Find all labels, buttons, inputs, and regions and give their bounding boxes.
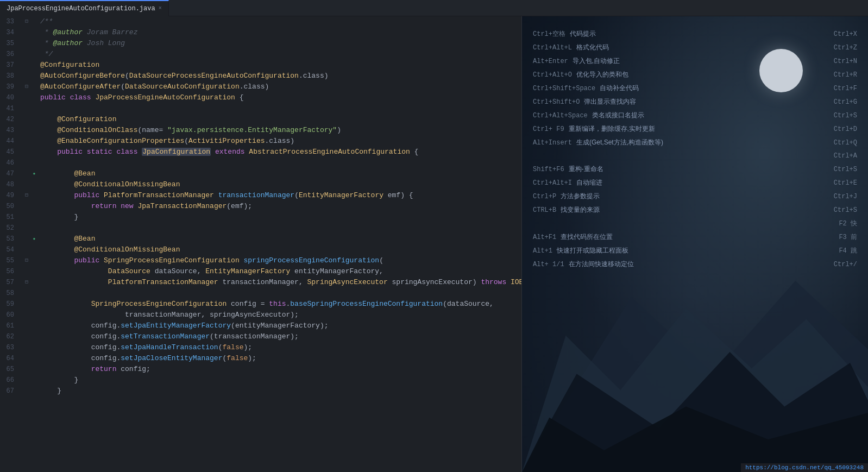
- line-number: 42: [0, 114, 23, 125]
- line-number: 48: [0, 179, 23, 190]
- shortcut-key: Alt+F1: [533, 234, 556, 241]
- line-number: 39: [0, 81, 23, 92]
- line-number: 61: [0, 320, 23, 331]
- shortcut-action-label: Ctrl+ F9重新编译，删除缓存,实时更新: [533, 124, 655, 134]
- line-number: 54: [0, 244, 23, 255]
- shortcut-key: Ctrl+P: [533, 193, 556, 200]
- line-number: 43: [0, 125, 23, 136]
- code-content: return config;: [38, 364, 521, 375]
- code-content: }: [38, 386, 521, 397]
- shortcut-right-key: Ctrl+R: [834, 71, 857, 79]
- table-row: 55⊟ public SpringProcessEngineConfigurat…: [0, 255, 521, 266]
- shortcut-right-key: Ctrl+S: [834, 112, 857, 119]
- fold-icon[interactable]: ⊟: [23, 255, 30, 266]
- tab-close-button[interactable]: ×: [159, 5, 162, 11]
- table-row: 41: [0, 103, 521, 114]
- shortcut-action-label: Alt+1快速打开或隐藏工程面板: [533, 246, 628, 255]
- shortcut-right-key: Ctrl+N: [834, 58, 857, 65]
- shortcut-description: 导入包,自动修正: [573, 56, 620, 66]
- code-content: @ConditionalOnMissingBean: [38, 244, 521, 255]
- code-content: public static class JpaConfiguration ext…: [38, 147, 521, 158]
- line-number: 59: [0, 299, 23, 310]
- line-number: 62: [0, 331, 23, 342]
- shortcut-key: Alt+ 1/1: [533, 261, 564, 268]
- table-row: 53● @Bean: [0, 234, 521, 244]
- code-content: @ConditionalOnClass(name= "javax.persist…: [38, 125, 521, 136]
- shortcut-right-key: Ctrl+Q: [834, 139, 857, 147]
- active-tab[interactable]: JpaProcessEngineAutoConfiguration.java ×: [0, 0, 169, 16]
- code-content: @Configuration: [38, 60, 521, 71]
- line-number: 41: [0, 103, 23, 114]
- line-number: 50: [0, 201, 23, 212]
- line-number: 34: [0, 27, 23, 38]
- shortcut-description: 重构-重命名: [569, 165, 603, 174]
- shortcut-action-label: Ctrl+空格代码提示: [533, 29, 596, 39]
- list-item: Ctrl+ F9重新编译，删除缓存,实时更新Ctrl+D: [533, 122, 857, 136]
- table-row: 47● @Bean: [0, 168, 521, 179]
- code-content: public class JpaProcessEngineAutoConfigu…: [38, 92, 521, 103]
- line-number: 64: [0, 353, 23, 364]
- shortcut-key: Ctrl+Shift+Space: [533, 85, 595, 92]
- table-row: 67 }: [0, 386, 521, 397]
- code-content: public PlatformTransactionManager transa…: [38, 190, 521, 201]
- shortcuts-overlay: Ctrl+空格代码提示Ctrl+XCtrl+Alt+L格式化代码Ctrl+ZAl…: [522, 16, 868, 472]
- table-row: 62 config.setTransactionManager(transact…: [0, 331, 521, 342]
- tab-filename: JpaProcessEngineAutoConfiguration.java: [7, 5, 155, 12]
- shortcut-action-label: Ctrl+Shift+Space自动补全代码: [533, 84, 639, 93]
- shortcut-description: 查找代码所在位置: [561, 232, 613, 242]
- shortcut-action-label: Ctrl+Alt+L格式化代码: [533, 43, 609, 52]
- gutter-icon: ●: [30, 234, 38, 244]
- shortcut-key: Shift+F6: [533, 166, 564, 173]
- table-row: 52: [0, 223, 521, 234]
- shortcut-right-key: F4 跳: [839, 246, 857, 255]
- code-content: public SpringProcessEngineConfiguration …: [38, 255, 521, 266]
- shortcut-right-key: F2 快: [839, 219, 857, 228]
- shortcut-key: Alt+1: [533, 247, 552, 255]
- table-row: 34 * @author Joram Barrez: [0, 27, 521, 38]
- shortcut-description: 弹出显示查找内容: [584, 97, 636, 106]
- list-item: Alt+1快速打开或隐藏工程面板F4 跳: [533, 244, 857, 257]
- table-row: 40public class JpaProcessEngineAutoConfi…: [0, 92, 521, 103]
- table-row: 57⊟ PlatformTransactionManager transacti…: [0, 277, 521, 288]
- gutter-icon: ●: [30, 168, 38, 179]
- tab-bar: JpaProcessEngineAutoConfiguration.java ×: [0, 0, 868, 16]
- code-content: DataSource dataSource, EntityManagerFact…: [38, 266, 521, 277]
- code-editor[interactable]: 33⊟/**34 * @author Joram Barrez35 * @aut…: [0, 16, 521, 472]
- code-content: SpringProcessEngineConfiguration config …: [38, 299, 521, 310]
- table-row: 65 return config;: [0, 364, 521, 375]
- line-number: 49: [0, 190, 23, 201]
- line-number: 46: [0, 158, 23, 168]
- list-item: Ctrl+Alt+Space类名或接口名提示Ctrl+S: [533, 109, 857, 122]
- shortcut-right-key: Ctrl+J: [834, 193, 857, 200]
- shortcut-right-key: Ctrl+F: [834, 85, 857, 92]
- shortcut-right-key: Ctrl+Z: [834, 44, 857, 52]
- shortcut-right-key: F3 前: [839, 232, 857, 242]
- shortcut-action-label: Ctrl+Shift+O弹出显示查找内容: [533, 97, 636, 106]
- list-item: Ctrl+Shift+O弹出显示查找内容Ctrl+G: [533, 95, 857, 109]
- shortcut-description: 自动补全代码: [600, 84, 639, 93]
- list-item: Ctrl+Alt+O优化导入的类和包Ctrl+R: [533, 68, 857, 81]
- shortcut-key: Ctrl+Alt+Space: [533, 112, 588, 119]
- code-content: config.setJpaCloseEntityManager(false);: [38, 353, 521, 364]
- main-area: 33⊟/**34 * @author Joram Barrez35 * @aut…: [0, 16, 868, 472]
- line-number: 37: [0, 60, 23, 71]
- code-content: config.setTransactionManager(transaction…: [38, 331, 521, 342]
- code-content: @ConditionalOnMissingBean: [38, 179, 521, 190]
- table-row: 58: [0, 288, 521, 299]
- line-number: 45: [0, 147, 23, 158]
- table-row: 66 }: [0, 375, 521, 386]
- fold-icon[interactable]: ⊟: [23, 16, 30, 27]
- line-number: 65: [0, 364, 23, 375]
- line-number: 38: [0, 71, 23, 81]
- fold-icon[interactable]: ⊟: [23, 81, 30, 92]
- shortcut-right-key: Ctrl+S: [834, 166, 857, 173]
- fold-icon[interactable]: ⊟: [23, 190, 30, 201]
- line-number: 57: [0, 277, 23, 288]
- line-number: 56: [0, 266, 23, 277]
- code-content: transactionManager, springAsyncExecutor)…: [38, 310, 521, 320]
- list-item: Ctrl+A: [533, 149, 857, 162]
- shortcut-action-label: Alt+F1查找代码所在位置: [533, 232, 613, 242]
- table-row: 59 SpringProcessEngineConfiguration conf…: [0, 299, 521, 310]
- fold-icon[interactable]: ⊟: [23, 277, 30, 288]
- list-item: Ctrl+空格代码提示Ctrl+X: [533, 27, 857, 41]
